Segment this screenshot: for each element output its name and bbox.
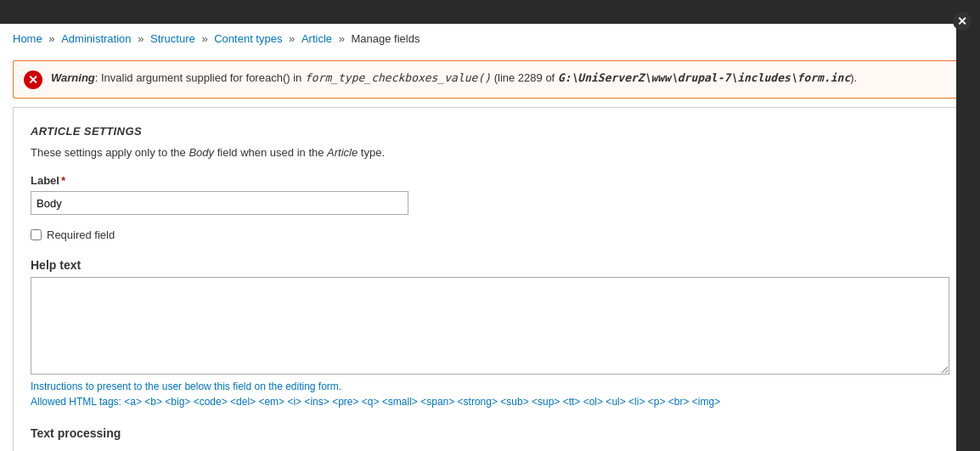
breadcrumb-sep-1: » (48, 32, 58, 45)
close-button[interactable]: ✕ (953, 12, 972, 31)
breadcrumb-article[interactable]: Article (301, 32, 332, 45)
breadcrumb-administration[interactable]: Administration (61, 32, 131, 45)
warning-path: G:\UniServerZ\www\drupal-7\includes\form… (558, 71, 850, 84)
top-bar (0, 0, 980, 24)
warning-end: ). (850, 71, 857, 84)
section-title-rest: Settings (81, 125, 142, 138)
text-processing-label: Text processing (31, 426, 121, 440)
warning-of: of (543, 71, 558, 84)
required-field-label[interactable]: Required field (47, 228, 115, 241)
section-title-article: Article (31, 125, 81, 138)
desc-part3: type. (358, 146, 385, 159)
required-field-group: Required field (31, 228, 949, 241)
breadcrumb-sep-3: » (201, 32, 211, 45)
main-content: Article Settings These settings apply on… (13, 107, 967, 451)
hint-line1: Instructions to present to the user belo… (31, 379, 949, 394)
help-text-label: Help text (31, 258, 949, 272)
required-star: * (61, 174, 65, 187)
required-checkbox[interactable] (31, 229, 42, 240)
breadcrumb-sep-4: » (289, 32, 298, 45)
desc-part1: These settings apply only to the (31, 146, 189, 159)
help-text-section: Help text Instructions to present to the… (31, 258, 949, 409)
breadcrumb-structure[interactable]: Structure (150, 32, 195, 45)
help-textarea[interactable] (31, 277, 949, 375)
breadcrumb-content-types[interactable]: Content types (214, 32, 282, 45)
label-field-label: Label* (31, 174, 949, 187)
desc-body: Body (189, 146, 214, 159)
section-title: Article Settings (31, 125, 949, 138)
warning-suffix: (line (491, 71, 518, 84)
warning-icon: ✕ (24, 70, 42, 89)
desc-article: Article (327, 146, 358, 159)
text-processing-section: Text processing (31, 426, 949, 440)
breadcrumb-sep-5: » (339, 32, 348, 45)
desc-part2: field when used in the (214, 146, 327, 159)
description-text: These settings apply only to the Body fi… (31, 146, 949, 159)
warning-message: : Invalid argument supplied for foreach(… (95, 71, 305, 84)
hint-line2: Allowed HTML tags: <a> <b> <big> <code> … (31, 394, 949, 409)
warning-line: 2289 (518, 71, 543, 84)
breadcrumb-sep-2: » (138, 32, 147, 45)
breadcrumb-home[interactable]: Home (13, 32, 42, 45)
right-sidebar (956, 0, 980, 451)
warning-text: Warning: Invalid argument supplied for f… (51, 70, 857, 87)
breadcrumb-current: Manage fields (352, 32, 420, 45)
help-text-hint: Instructions to present to the user belo… (31, 379, 949, 409)
label-input[interactable] (31, 191, 408, 215)
label-field-group: Label* (31, 174, 949, 215)
breadcrumb: Home » Administration » Structure » Cont… (0, 24, 980, 54)
warning-label: Warning (51, 71, 95, 84)
warning-code: form_type_checkboxes_value() (305, 71, 491, 84)
page-wrapper: ✕ Home » Administration » Structure » Co… (0, 0, 980, 451)
warning-box: ✕ Warning: Invalid argument supplied for… (13, 60, 967, 99)
